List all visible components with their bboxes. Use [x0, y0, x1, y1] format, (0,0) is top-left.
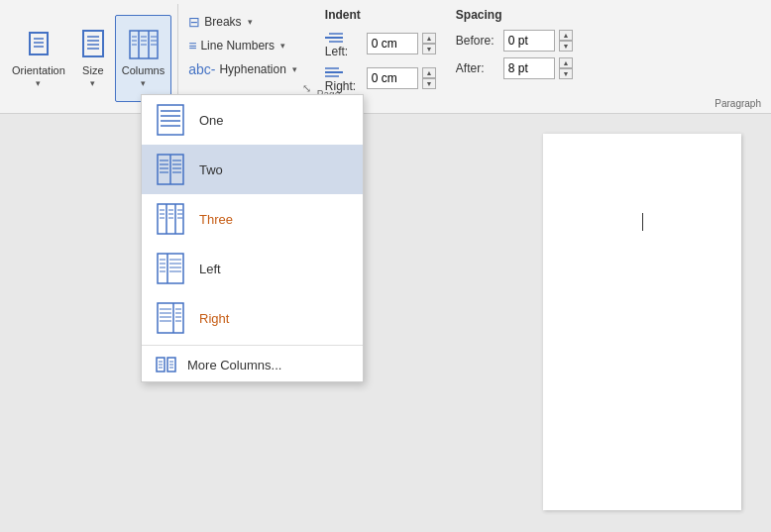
- columns-three-label: Three: [199, 212, 233, 227]
- hyphenation-button[interactable]: abc- Hyphenation ▾: [184, 59, 301, 79]
- orientation-label: Orientation: [12, 64, 65, 77]
- breaks-icon: ⊟: [188, 14, 200, 30]
- svg-rect-4: [83, 31, 103, 56]
- indent-title: Indent: [325, 8, 436, 22]
- columns-three-item[interactable]: Three: [142, 194, 363, 244]
- columns-right-icon: [156, 301, 185, 335]
- spacing-after-down[interactable]: ▼: [559, 68, 573, 79]
- columns-one-icon: [156, 103, 185, 137]
- svg-rect-42: [158, 204, 183, 234]
- columns-one-label: One: [199, 113, 224, 128]
- size-label: Size: [82, 64, 103, 77]
- paragraph-section-label: Paragraph: [715, 98, 761, 109]
- indent-right-input[interactable]: [367, 67, 418, 89]
- columns-right-label: Right: [199, 311, 229, 326]
- line-numbers-chevron: ▾: [280, 41, 285, 51]
- more-columns-button[interactable]: More Columns...: [142, 348, 363, 381]
- spacing-title: Spacing: [456, 8, 573, 22]
- columns-two-label: Two: [199, 162, 223, 177]
- ribbon: Orientation ▾ Size ▾: [0, 0, 771, 114]
- columns-two-item[interactable]: Two: [142, 145, 363, 194]
- spacing-after-label: After:: [456, 61, 499, 75]
- line-numbers-icon: ≡: [188, 38, 196, 53]
- spacing-before-input[interactable]: [503, 30, 555, 52]
- size-button[interactable]: Size ▾: [73, 15, 113, 102]
- indent-left-text: Left:: [325, 45, 348, 58]
- indent-left-icon: [325, 31, 345, 45]
- indent-right-up[interactable]: ▲: [422, 67, 436, 78]
- columns-one-item[interactable]: One: [142, 95, 363, 145]
- columns-right-item[interactable]: Right: [142, 293, 363, 343]
- spacing-before-up[interactable]: ▲: [559, 30, 573, 41]
- columns-left-item[interactable]: Left: [142, 244, 363, 293]
- hyphenation-chevron: ▾: [292, 64, 297, 74]
- svg-rect-0: [30, 33, 48, 54]
- columns-dropdown: One Two: [141, 94, 364, 382]
- main-area: [0, 114, 771, 532]
- spacing-section: Spacing Before: ▲ ▼ After: ▲ ▼: [456, 8, 573, 109]
- columns-label: Columns: [122, 64, 165, 77]
- indent-left-row: Left: ▲ ▼: [325, 30, 436, 58]
- indent-right-spinner: ▲ ▼: [422, 67, 436, 89]
- svg-rect-54: [158, 254, 183, 283]
- orientation-chevron: ▾: [36, 78, 41, 88]
- spacing-before-spinner: ▲ ▼: [559, 30, 573, 52]
- columns-two-icon: [156, 153, 185, 186]
- indent-left-up[interactable]: ▲: [422, 33, 436, 44]
- columns-three-icon: [156, 202, 185, 236]
- spacing-before-down[interactable]: ▼: [559, 41, 573, 52]
- orientation-button[interactable]: Orientation ▾: [6, 15, 71, 102]
- indent-right-icon: [325, 65, 345, 79]
- hyphenation-icon: abc-: [188, 61, 215, 77]
- columns-left-icon: [156, 252, 185, 285]
- svg-rect-27: [158, 105, 183, 135]
- more-columns-label: More Columns...: [187, 358, 281, 372]
- breaks-label: Breaks: [204, 15, 241, 29]
- indent-right-row: Right: ▲ ▼: [325, 64, 436, 93]
- spacing-after-input[interactable]: [503, 57, 555, 79]
- columns-chevron: ▾: [141, 78, 146, 88]
- indent-right-down[interactable]: ▼: [422, 78, 436, 89]
- columns-icon: [128, 29, 160, 64]
- menu-divider: [142, 345, 363, 346]
- indent-left-down[interactable]: ▼: [422, 44, 436, 54]
- document-page: [543, 134, 741, 510]
- line-numbers-button[interactable]: ≡ Line Numbers ▾: [184, 36, 301, 55]
- line-numbers-label: Line Numbers: [200, 39, 275, 53]
- spacing-after-spinner: ▲ ▼: [559, 57, 573, 79]
- orientation-icon: [25, 29, 53, 64]
- spacing-before-label: Before:: [456, 34, 499, 48]
- indent-left-spinner: ▲ ▼: [422, 33, 436, 54]
- size-icon: [79, 29, 107, 64]
- svg-rect-64: [158, 303, 183, 333]
- columns-left-label: Left: [199, 262, 221, 276]
- size-chevron: ▾: [90, 78, 95, 88]
- spacing-before-row: Before: ▲ ▼: [456, 30, 573, 52]
- spacing-after-up[interactable]: ▲: [559, 57, 573, 68]
- columns-button[interactable]: Columns ▾: [115, 15, 171, 102]
- indent-left-input[interactable]: [367, 33, 418, 54]
- spacing-after-row: After: ▲ ▼: [456, 57, 573, 79]
- breaks-chevron: ▾: [248, 17, 253, 27]
- text-cursor: [642, 213, 643, 231]
- more-columns-icon: [156, 357, 177, 372]
- indent-left-label: Left:: [325, 30, 363, 58]
- hyphenation-label: Hyphenation: [219, 62, 285, 76]
- breaks-button[interactable]: ⊟ Breaks ▾: [184, 12, 301, 32]
